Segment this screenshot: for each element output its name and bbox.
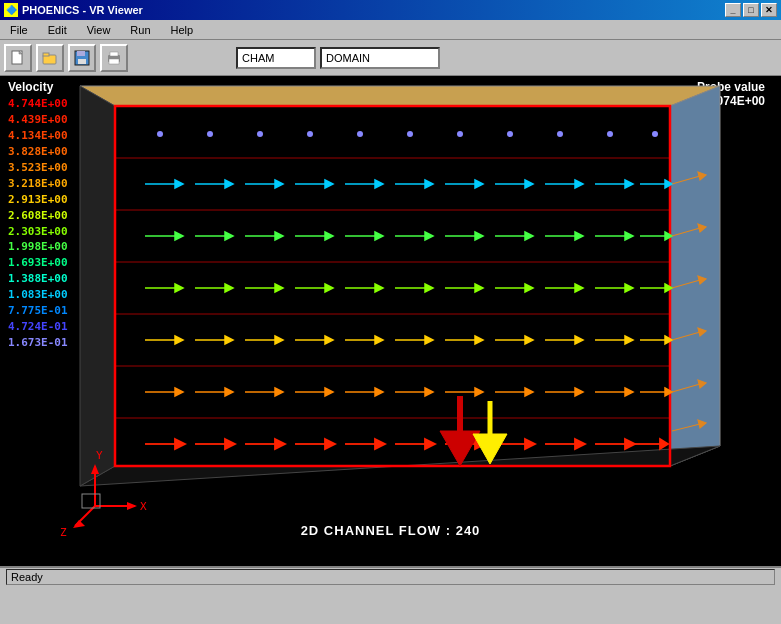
new-button[interactable] — [4, 44, 32, 72]
minimize-button[interactable]: _ — [725, 3, 741, 17]
svg-point-30 — [557, 131, 563, 137]
bottom-label: 2D CHANNEL FLOW : 240 — [0, 523, 781, 538]
toolbar — [0, 40, 781, 76]
menu-bar: File Edit View Run Help — [0, 20, 781, 40]
menu-view[interactable]: View — [81, 22, 117, 38]
svg-rect-9 — [109, 59, 119, 64]
svg-point-31 — [607, 131, 613, 137]
cham-input[interactable] — [236, 47, 316, 69]
3d-scene: X Y Z — [0, 76, 781, 566]
status-panel: Ready — [6, 569, 775, 585]
status-text: Ready — [11, 571, 43, 583]
svg-marker-185 — [127, 502, 137, 510]
svg-point-28 — [457, 131, 463, 137]
title-bar: 🔷 PHOENICS - VR Viewer _ □ ✕ — [0, 0, 781, 20]
title-text: PHOENICS - VR Viewer — [22, 4, 143, 16]
domain-input[interactable] — [320, 47, 440, 69]
close-button[interactable]: ✕ — [761, 3, 777, 17]
menu-help[interactable]: Help — [165, 22, 200, 38]
svg-marker-10 — [115, 106, 670, 466]
menu-run[interactable]: Run — [124, 22, 156, 38]
svg-marker-12 — [670, 86, 720, 466]
menu-edit[interactable]: Edit — [42, 22, 73, 38]
status-bar: Ready — [0, 566, 781, 586]
svg-point-24 — [257, 131, 263, 137]
channel-flow-text: 2D CHANNEL FLOW — [301, 523, 441, 538]
print-button[interactable] — [100, 44, 128, 72]
svg-rect-6 — [78, 59, 86, 64]
svg-text:Y: Y — [96, 449, 103, 462]
maximize-button[interactable]: □ — [743, 3, 759, 17]
svg-marker-14 — [80, 86, 115, 486]
svg-text:X: X — [140, 500, 147, 513]
svg-marker-11 — [80, 86, 720, 106]
svg-rect-5 — [77, 51, 85, 56]
svg-point-25 — [307, 131, 313, 137]
bottom-number: 240 — [456, 523, 481, 538]
svg-point-29 — [507, 131, 513, 137]
app-icon: 🔷 — [4, 3, 18, 17]
open-button[interactable] — [36, 44, 64, 72]
svg-rect-3 — [43, 53, 49, 56]
svg-point-32 — [652, 131, 658, 137]
svg-rect-8 — [110, 52, 118, 56]
menu-file[interactable]: File — [4, 22, 34, 38]
svg-point-27 — [407, 131, 413, 137]
svg-point-22 — [157, 131, 163, 137]
svg-point-26 — [357, 131, 363, 137]
svg-point-23 — [207, 131, 213, 137]
main-viewport: Velocity 4.744E+00 4.439E+00 4.134E+00 3… — [0, 76, 781, 566]
bottom-colon: : — [446, 523, 456, 538]
save-button[interactable] — [68, 44, 96, 72]
